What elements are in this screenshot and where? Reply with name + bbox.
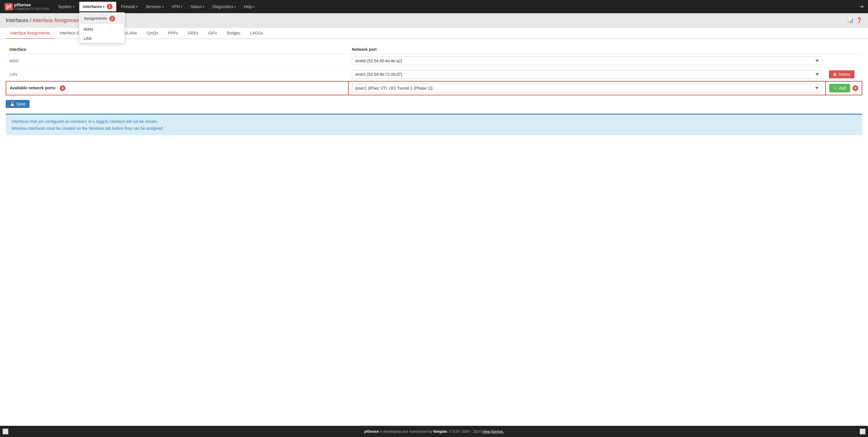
help-icon[interactable]: ❓ — [856, 17, 862, 24]
nav-menu: System ▾ Interfaces ▾ 1 Assignments 2 WA… — [55, 1, 859, 12]
brand-logo: pf pfSense COMMUNITY EDITION — [5, 2, 49, 11]
nav-item-interfaces[interactable]: Interfaces ▾ 1 — [79, 1, 117, 12]
available-ports-row: Available network ports: 3 ipsec1 (IPsec… — [6, 81, 862, 95]
chart-icon[interactable]: 📊 — [847, 17, 854, 24]
footer: pfSense is developed and maintained by N… — [0, 426, 868, 437]
nav-item-diagnostics[interactable]: Diagnostics ▾ — [209, 3, 239, 11]
footer-text: pfSense is developed and maintained by N… — [364, 429, 504, 434]
tab-ppps[interactable]: PPPs — [163, 28, 183, 39]
table-row: LAN vtnet1 (52:54:00:72:28:d7) 🗑 Delete — [6, 68, 862, 82]
caret-icon: ▾ — [203, 5, 205, 8]
dropdown-item-wan[interactable]: WAN — [79, 25, 125, 34]
caret-icon: ▾ — [234, 5, 236, 8]
tab-gres[interactable]: GREs — [183, 28, 203, 39]
nav-item-services[interactable]: Services ▾ — [142, 3, 167, 11]
brand-name: pfSense — [14, 2, 49, 7]
caret-icon: ▾ — [162, 5, 164, 8]
tabs-bar: Interface Assignments Interface Groups W… — [0, 28, 868, 39]
add-button[interactable]: ＋ Add — [829, 84, 850, 92]
available-ports-label: Available network ports: — [10, 86, 56, 90]
col-header-network-port: Network port — [348, 45, 826, 54]
tab-laggs[interactable]: LAGGs — [245, 28, 268, 39]
breadcrumb-current: Interface Assignments — [33, 18, 84, 23]
save-icon: 💾 — [10, 102, 14, 106]
tab-gifs[interactable]: GIFs — [204, 28, 221, 39]
trash-icon: 🗑 — [833, 72, 837, 77]
info-message-2: Wireless interfaces must be created on t… — [11, 126, 857, 131]
scroll-up-right-icon[interactable]: ⬜ — [859, 429, 866, 434]
assignments-table: Interface Network port WAN vtnet0 (52:54… — [6, 45, 862, 95]
nav-item-firewall[interactable]: Firewall ▾ — [118, 3, 141, 11]
nav-item-vpn[interactable]: VPN ▾ — [168, 3, 186, 11]
save-button[interactable]: 💾 Save — [6, 100, 30, 108]
brand-edition: COMMUNITY EDITION — [14, 7, 49, 11]
tab-qinqs[interactable]: QinQs — [142, 28, 163, 39]
lan-port-select[interactable]: vtnet1 (52:54:00:72:28:d7) — [352, 70, 822, 79]
caret-icon: ▾ — [181, 5, 182, 8]
nav-item-system[interactable]: System ▾ — [55, 3, 78, 11]
nav-item-interfaces-container: Interfaces ▾ 1 Assignments 2 WAN LAN — [79, 1, 117, 12]
navbar: pf pfSense COMMUNITY EDITION System ▾ In… — [0, 0, 868, 13]
scroll-up-left-icon[interactable]: ⬜ — [2, 429, 9, 434]
nav-item-status[interactable]: Status ▾ — [187, 3, 208, 11]
col-header-interface: Interface — [6, 45, 348, 54]
interface-link-wan[interactable]: WAN — [9, 59, 19, 63]
footer-license-link[interactable]: View license. — [482, 429, 504, 434]
info-box: Interfaces that are configured as member… — [6, 114, 862, 135]
assignments-badge: 2 — [110, 16, 115, 22]
available-ports-select[interactable]: ipsec1 (IPsec VTI: OCI Tunnel 1 (Phase 1… — [352, 84, 822, 92]
plus-icon: ＋ — [833, 86, 837, 91]
nav-item-help[interactable]: Help ▾ — [240, 3, 258, 11]
breadcrumb: Interfaces / Interface Assignments — [6, 18, 84, 24]
logo-icon: pf — [5, 3, 13, 10]
add-badge: 4 — [852, 85, 858, 91]
available-ports-badge: 3 — [60, 85, 65, 91]
caret-icon: ▾ — [136, 5, 137, 8]
caret-icon: ▾ — [73, 5, 74, 8]
caret-icon: ▾ — [253, 5, 255, 8]
table-row: WAN vtnet0 (52:54:00:4e:4e:a2) — [6, 54, 862, 68]
interfaces-badge: 1 — [107, 4, 113, 9]
tab-interface-assignments[interactable]: Interface Assignments — [6, 28, 55, 39]
breadcrumb-bar: Interfaces / Interface Assignments 📊 ❓ — [0, 13, 868, 28]
info-message-1: Interfaces that are configured as member… — [11, 119, 857, 124]
breadcrumb-prefix: Interfaces / — [6, 18, 33, 23]
breadcrumb-icons: 📊 ❓ — [847, 17, 862, 24]
dropdown-item-assignments[interactable]: Assignments 2 — [81, 14, 123, 24]
logout-icon[interactable]: ⇥ — [859, 3, 863, 10]
caret-icon: ▾ — [103, 5, 104, 8]
tab-bridges[interactable]: Bridges — [222, 28, 245, 39]
interface-link-lan[interactable]: LAN — [9, 72, 17, 77]
content-area: Interface Network port WAN vtnet0 (52:54… — [0, 39, 868, 141]
footer-brand: pfSense — [364, 429, 379, 434]
delete-button[interactable]: 🗑 Delete — [829, 70, 854, 79]
page-container: Interfaces / Interface Assignments 📊 ❓ I… — [0, 13, 868, 426]
footer-netgate: Netgate — [433, 429, 447, 434]
dropdown-item-lan[interactable]: LAN — [79, 34, 125, 43]
wan-port-select[interactable]: vtnet0 (52:54:00:4e:4e:a2) — [352, 57, 822, 65]
interfaces-dropdown: Assignments 2 WAN LAN — [79, 12, 125, 43]
